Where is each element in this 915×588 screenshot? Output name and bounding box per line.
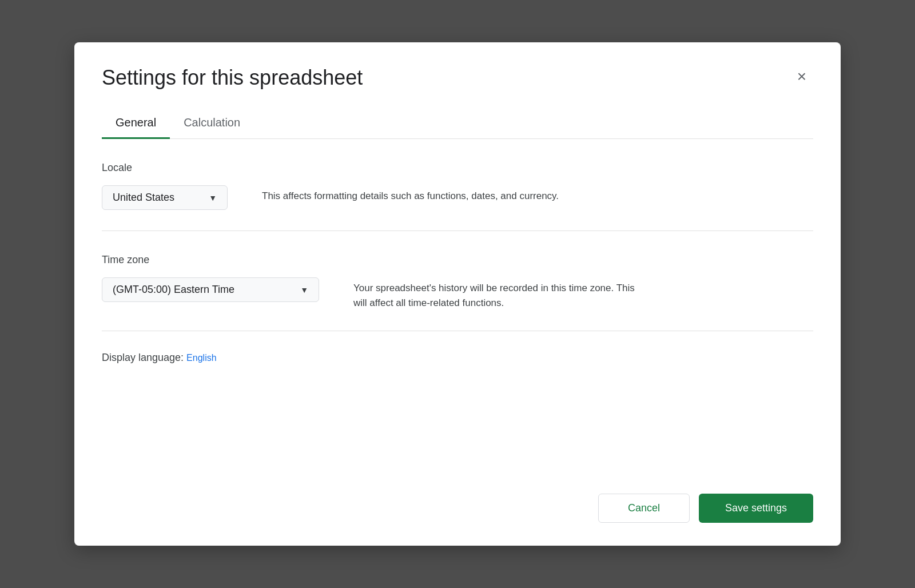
tab-content-general: Locale United States ▼ This affects form… <box>102 139 813 475</box>
locale-description: This affects formatting details such as … <box>262 185 559 204</box>
tab-calculation[interactable]: Calculation <box>170 108 254 139</box>
timezone-row: (GMT-05:00) Eastern Time ▼ Your spreadsh… <box>102 277 813 310</box>
locale-row: United States ▼ This affects formatting … <box>102 185 813 210</box>
locale-section: Locale United States ▼ This affects form… <box>102 139 813 231</box>
dialog-header: Settings for this spreadsheet × <box>102 65 813 90</box>
locale-dropdown-arrow: ▼ <box>209 193 217 202</box>
tabs-container: General Calculation <box>102 108 813 139</box>
dialog-footer: Cancel Save settings <box>102 475 813 523</box>
close-button[interactable]: × <box>790 65 813 88</box>
display-language-link[interactable]: English <box>186 353 216 363</box>
display-language-label: Display language: <box>102 352 186 363</box>
display-language-section: Display language: English <box>102 331 813 375</box>
timezone-dropdown[interactable]: (GMT-05:00) Eastern Time ▼ <box>102 277 319 302</box>
timezone-dropdown-value: (GMT-05:00) Eastern Time <box>113 284 234 296</box>
timezone-dropdown-arrow: ▼ <box>300 285 308 295</box>
tab-general[interactable]: General <box>102 108 170 139</box>
save-settings-button[interactable]: Save settings <box>699 494 813 523</box>
cancel-button[interactable]: Cancel <box>598 494 690 523</box>
settings-dialog: Settings for this spreadsheet × General … <box>74 42 841 546</box>
locale-dropdown[interactable]: United States ▼ <box>102 185 228 210</box>
timezone-label: Time zone <box>102 254 813 266</box>
timezone-description: Your spreadsheet's history will be recor… <box>353 277 651 310</box>
dialog-title: Settings for this spreadsheet <box>102 65 363 90</box>
timezone-section: Time zone (GMT-05:00) Eastern Time ▼ You… <box>102 231 813 331</box>
locale-label: Locale <box>102 162 813 174</box>
locale-dropdown-value: United States <box>113 192 174 204</box>
